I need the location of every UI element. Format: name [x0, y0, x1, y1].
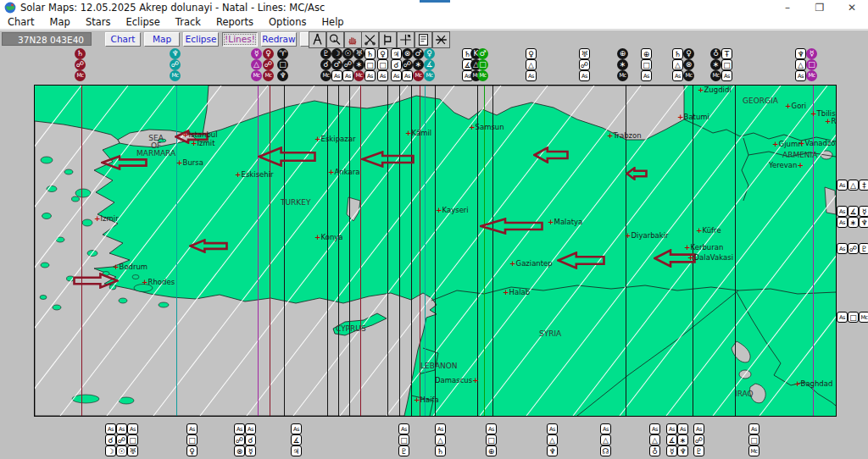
minimize-button[interactable]: –: [773, 0, 802, 15]
asc-line-label-stack: As△♁: [649, 423, 660, 456]
city-marker: +Eskisehir: [235, 170, 274, 179]
toolbar-button-redraw[interactable]: Redraw: [261, 32, 297, 47]
city-marker: +Haifa: [414, 395, 439, 404]
menu-item-reports[interactable]: Reports: [209, 16, 261, 28]
astro-glyph-chip: ♀: [377, 48, 388, 59]
direction-arrow-left: [626, 167, 648, 180]
astro-glyph-chip: ♀: [186, 445, 198, 456]
city-marker: +Batumi: [677, 113, 709, 121]
astro-glyph-chip: Mc: [75, 70, 86, 81]
delete-line-tool[interactable]: [361, 31, 379, 48]
astro-glyph-chip: ⊗: [402, 48, 413, 59]
background-window-sliver: [420, 0, 450, 3]
astro-glyph-chip: As: [526, 70, 537, 81]
pan-hand-tool[interactable]: [344, 31, 362, 48]
map-canvas[interactable]: +Istanbul+Izmit+Bursa+Eskisehir+Izmir+Bo…: [34, 85, 837, 417]
asc-line-label-stack: As☍☉: [116, 423, 127, 456]
toolbar-button-chart[interactable]: Chart: [105, 32, 141, 47]
asc-line-label-stack: As□♅: [127, 423, 138, 456]
city-plus-marker: +: [509, 259, 516, 268]
menu-bar: ChartMapStarsEclipseTrackReportsOptionsH…: [0, 15, 868, 30]
menu-item-help[interactable]: Help: [314, 16, 351, 28]
astro-glyph-chip: △: [526, 59, 537, 70]
app-icon: [4, 2, 16, 14]
mc-line-label-stack: ♇☌Mc: [320, 48, 331, 81]
solar-maps-window: Solar Maps: 12.05.2025 Akrep dolunayi - …: [0, 0, 868, 459]
menu-item-stars[interactable]: Stars: [78, 16, 119, 28]
astro-glyph-chip: ♄: [75, 48, 86, 59]
clamp-tool[interactable]: [379, 31, 397, 48]
mc-line-label-stack: ♀△As: [526, 48, 537, 81]
astro-glyph-chip: As: [721, 70, 732, 81]
astro-glyph-chip: ☍: [693, 434, 704, 445]
toolbar: 37N28 043E40 ChartMapEclipse!Lines!Redra…: [0, 30, 868, 48]
astro-glyph-chip: ♀: [424, 48, 435, 59]
city-label: Vanadzor: [805, 139, 837, 147]
region-label: SYRIA: [539, 330, 561, 338]
astro-glyph-chip: ‡: [859, 180, 868, 191]
menu-item-track[interactable]: Track: [168, 16, 209, 28]
astro-glyph-chip: △: [251, 59, 262, 70]
mc-line: [284, 86, 285, 416]
astro-glyph-chip: As: [547, 423, 558, 434]
close-button[interactable]: ✕: [837, 0, 866, 15]
astro-glyph-chip: ☿: [806, 48, 817, 59]
astro-glyph-chip: □: [848, 312, 859, 323]
astro-glyph-chip: As: [398, 423, 409, 434]
astro-glyph-chip: Mc: [251, 70, 262, 81]
asc-line-label-stack: As☍⊗: [234, 423, 245, 456]
asc-line-label-stack: As△‡: [837, 180, 868, 191]
astro-glyph-chip: As: [666, 423, 677, 434]
toolbar-button-eclipse[interactable]: Eclipse: [183, 32, 219, 47]
astro-glyph-chip: As: [672, 70, 683, 81]
city-plus-marker: +: [677, 113, 684, 121]
direction-arrow-left: [189, 239, 228, 253]
astro-glyph-chip: ♂: [331, 59, 342, 70]
toolbar-button-lines[interactable]: !Lines!: [222, 32, 258, 47]
city-marker: +Kayseri: [436, 206, 469, 214]
compass-tool[interactable]: [309, 31, 326, 48]
zoom-tool[interactable]: [326, 31, 344, 48]
toolbar-button-map[interactable]: Map: [144, 32, 180, 47]
mc-line: [813, 86, 814, 416]
astro-glyph-chip: ☿: [245, 445, 256, 456]
astro-glyph-chip: As: [105, 423, 116, 434]
city-label: Izmit: [198, 139, 215, 147]
star-tool[interactable]: [432, 31, 450, 48]
mc-line-label-stack: ♄△As: [672, 48, 683, 81]
mc-line-label-stack: ⊗☍As: [402, 48, 413, 81]
menu-item-chart[interactable]: Chart: [0, 16, 42, 28]
mc-line-label-stack: ♂∗Mc: [413, 48, 424, 81]
mc-line-label-stack: ♆☍Mc: [170, 48, 181, 81]
report-tool[interactable]: [415, 31, 432, 48]
direction-arrow-left: [361, 151, 415, 168]
mc-line-label-stack: ♀☍Mc: [263, 48, 274, 81]
restore-button[interactable]: ❐: [805, 0, 834, 15]
mc-line-label-stack: ♂□Mc: [477, 48, 488, 81]
astro-glyph-chip: ☍: [342, 59, 353, 70]
astro-glyph-chip: As: [291, 423, 302, 434]
menu-item-eclipse[interactable]: Eclipse: [118, 16, 167, 28]
astro-glyph-chip: ∡: [848, 206, 859, 217]
mc-line: [360, 86, 361, 416]
astro-glyph-chip: ♂: [477, 48, 488, 59]
astro-glyph-chip: ☍: [402, 59, 413, 70]
astro-glyph-chip: As: [677, 423, 688, 434]
astro-glyph-chip: Mc: [170, 70, 181, 81]
astro-glyph-chip: □: [377, 59, 388, 70]
astro-glyph-chip: □: [364, 59, 376, 70]
astro-glyph-chip: ∗: [710, 59, 721, 70]
city-plus-marker: +: [328, 168, 335, 176]
astro-glyph-chip: □: [127, 434, 138, 445]
city-plus-marker: +: [94, 214, 101, 223]
astro-glyph-chip: △: [795, 59, 806, 70]
mc-line-label-stack: ♆△As: [795, 48, 806, 81]
mc-line: [735, 86, 736, 416]
astro-glyph-chip: ♆: [547, 445, 558, 456]
mc-line: [81, 86, 82, 416]
astro-glyph-chip: ⊗: [234, 445, 245, 456]
direction-arrow-left: [480, 218, 543, 235]
menu-item-map[interactable]: Map: [42, 16, 78, 28]
locate-tool[interactable]: [397, 31, 415, 48]
menu-item-options[interactable]: Options: [261, 16, 314, 28]
